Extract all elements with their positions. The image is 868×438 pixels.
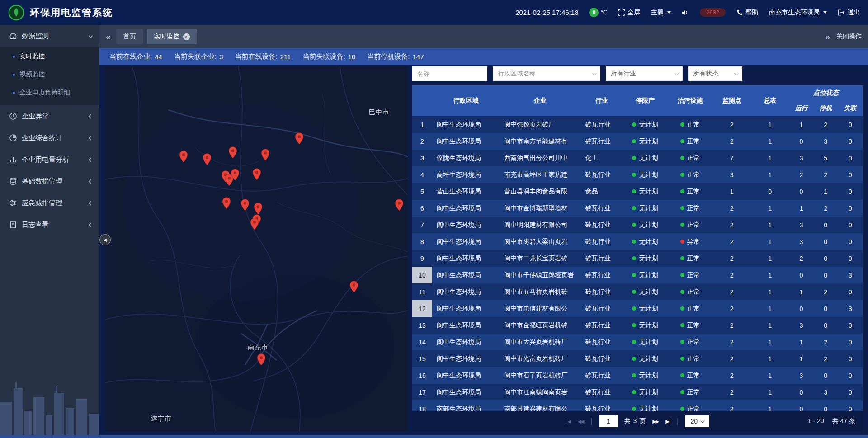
- tab-active[interactable]: 实时监控×: [147, 29, 197, 44]
- table-row[interactable]: 10阆中生态环境局阆中市千佛镇五郎垭页岩砖瓦行业无计划正常21003: [412, 267, 863, 283]
- table-row[interactable]: 17阆中生态环境局阆中市江南镇阆南页岩砖瓦行业无计划正常21030: [412, 384, 863, 400]
- table-row[interactable]: 1阆中生态环境局阆中强锐页岩砖厂砖瓦行业无计划正常21120: [412, 116, 863, 133]
- table-row[interactable]: 9阆中生态环境局阆中市二龙长宝页岩砖砖瓦行业无计划正常21200: [412, 250, 863, 267]
- table-row[interactable]: 18南部生态环境局南部县建兴建材有限公砖瓦行业无计划正常21000: [412, 400, 863, 411]
- sidebar-group[interactable]: 企业异常: [0, 105, 99, 127]
- sidebar-item[interactable]: 实时监控: [0, 47, 99, 66]
- map-pin-icon[interactable]: [222, 197, 231, 209]
- cell-lost: 0: [838, 384, 863, 400]
- prev-page-button[interactable]: ◀◀: [578, 419, 585, 424]
- map-pin-icon[interactable]: [395, 199, 404, 211]
- status-filter-select[interactable]: 所有状态: [688, 66, 742, 81]
- table-row[interactable]: 15阆中生态环境局阆中市光富页岩机砖厂砖瓦行业无计划正常21120: [412, 350, 863, 367]
- table-row[interactable]: 8阆中生态环境局阆中市枣碧大梁山页岩砖瓦行业无计划异常21300: [412, 233, 863, 250]
- cell-facility-status: 正常: [668, 350, 713, 367]
- map-pin-icon[interactable]: [252, 168, 261, 180]
- table-row[interactable]: 16阆中生态环境局阆中市石子页岩机砖厂砖瓦行业无计划正常21300: [412, 367, 863, 384]
- theme-dropdown[interactable]: 主题: [651, 9, 671, 17]
- cell-total-meters: 1: [751, 200, 789, 217]
- map-pin-icon[interactable]: [241, 199, 250, 211]
- table-row[interactable]: 2阆中生态环境局阆中市南方节能建材有砖瓦行业无计划正常21030: [412, 133, 863, 150]
- map-pin-icon[interactable]: [203, 153, 212, 165]
- sidebar-group[interactable]: 企业用电量分析: [0, 149, 99, 170]
- logout-button[interactable]: 退出: [838, 9, 860, 17]
- cell-industry: 砖瓦行业: [580, 267, 623, 283]
- table-row[interactable]: 14阆中生态环境局阆中市大兴页岩机砖厂砖瓦行业无计划正常21120: [412, 334, 863, 350]
- notice-count-badge[interactable]: 2632: [700, 8, 726, 17]
- tabs-scroll-right-icon[interactable]: »: [825, 33, 830, 41]
- status-text: 正常: [687, 338, 700, 345]
- cell-running: 3: [789, 217, 814, 233]
- region-filter-value: 行政区域名称: [498, 70, 536, 78]
- gauge-icon: [9, 32, 17, 40]
- status-filter-value: 所有状态: [693, 70, 718, 78]
- industry-filter-select[interactable]: 所有行业: [606, 66, 683, 81]
- map-pin-icon[interactable]: [228, 146, 237, 159]
- tabs-scroll-left-icon[interactable]: «: [106, 33, 111, 41]
- sidebar-group[interactable]: 日志查看: [0, 214, 99, 235]
- cell-industry: 砖瓦行业: [580, 334, 623, 350]
- table-row[interactable]: 12阆中生态环境局阆中市忠信建材有限公砖瓦行业无计划正常21003: [412, 300, 863, 317]
- next-page-button[interactable]: ▶▶: [652, 419, 659, 424]
- name-filter-input[interactable]: [412, 66, 487, 81]
- table-row[interactable]: 5营山生态环境局营山县润丰肉食品有限食品无计划正常10010: [412, 183, 863, 200]
- industry-filter-value: 所有行业: [611, 70, 636, 78]
- map-pin-icon[interactable]: [261, 149, 270, 161]
- cell-stopped: 3: [813, 133, 838, 150]
- cell-stopped: 0: [813, 233, 838, 250]
- sidebar-group[interactable]: 企业综合统计: [0, 127, 99, 149]
- status-text: 正常: [687, 305, 700, 312]
- sidebar-group[interactable]: 应急减排管理: [0, 192, 99, 214]
- status-text: 无计划: [639, 305, 658, 312]
- table-row[interactable]: 4高坪生态环境局南充市高坪区王家店建砖瓦行业无计划正常31220: [412, 166, 863, 183]
- table-row[interactable]: 6阆中生态环境局阆中市金博瑞新型墙材砖瓦行业无计划正常21120: [412, 200, 863, 217]
- tab-item[interactable]: 首页: [116, 29, 143, 44]
- region-filter-select[interactable]: 行政区域名称: [493, 66, 600, 81]
- map-pin-icon[interactable]: [231, 169, 240, 181]
- sidebar-item[interactable]: 视频监控: [0, 66, 99, 84]
- tab-close-icon[interactable]: ×: [183, 33, 190, 40]
- page-input[interactable]: [599, 415, 618, 427]
- close-operations-button[interactable]: 关闭操作: [836, 33, 862, 41]
- announcement-button[interactable]: [682, 9, 689, 16]
- map-pin-icon[interactable]: [295, 132, 304, 145]
- table-row[interactable]: 11阆中生态环境局阆中市五马桥页岩机砖砖瓦行业无计划正常21120: [412, 283, 863, 300]
- first-page-button[interactable]: ◀: [566, 419, 571, 424]
- help-button[interactable]: 帮助: [736, 9, 758, 17]
- status-dot-icon: [632, 206, 636, 210]
- map-pin-icon[interactable]: [250, 218, 259, 230]
- last-page-button[interactable]: ▶: [665, 419, 670, 424]
- page-size-select[interactable]: 20: [685, 415, 709, 427]
- cell-index: 12: [412, 300, 432, 317]
- map-pin-icon[interactable]: [254, 203, 263, 215]
- chevron-left-icon: [89, 222, 93, 227]
- tab-list: 首页实时监控×: [116, 29, 820, 44]
- fullscreen-button[interactable]: 全屏: [618, 9, 640, 17]
- cell-total-meters: 1: [751, 350, 789, 367]
- cell-limit-status: 无计划: [623, 133, 668, 150]
- sidebar-group[interactable]: 数据监测: [0, 25, 99, 47]
- cell-monitor-points: 2: [712, 400, 751, 411]
- cell-stopped: 2: [813, 166, 838, 183]
- status-text: 正常: [687, 321, 700, 329]
- map-panel[interactable]: 巴中市南充市遂宁市 ◀: [105, 66, 408, 431]
- cell-total-meters: 1: [751, 150, 789, 166]
- cell-running: 1: [789, 116, 814, 133]
- org-dropdown[interactable]: 南充市生态环境局: [769, 9, 827, 17]
- sidebar-group[interactable]: 基础数据管理: [0, 170, 99, 192]
- table-row[interactable]: 3仪陇生态环境局西南油气田分公司川中化工无计划正常71350: [412, 150, 863, 166]
- table-row[interactable]: 13阆中生态环境局阆中市金福旺页岩机砖砖瓦行业无计划正常21300: [412, 317, 863, 334]
- map-pin-icon[interactable]: [179, 151, 188, 163]
- stat-label: 当前在线企业:: [109, 52, 152, 61]
- map-pin-icon[interactable]: [350, 281, 359, 293]
- cell-monitor-points: 2: [712, 133, 751, 150]
- sidebar-item[interactable]: 企业电力负荷明细: [0, 84, 99, 102]
- cell-industry: 砖瓦行业: [580, 133, 623, 150]
- map-pin-icon[interactable]: [257, 353, 266, 366]
- cell-company: 阆中市光富页岩机砖厂: [500, 350, 580, 367]
- status-dot-icon: [680, 189, 684, 193]
- table-row[interactable]: 7阆中生态环境局阆中明阳建材有限公司砖瓦行业无计划正常21300: [412, 217, 863, 233]
- sidebar-menu: 数据监测实时监控视频监控企业电力负荷明细企业异常企业综合统计企业用电量分析基础数…: [0, 25, 99, 235]
- cell-total-meters: 1: [751, 283, 789, 300]
- theme-label: 主题: [651, 9, 664, 17]
